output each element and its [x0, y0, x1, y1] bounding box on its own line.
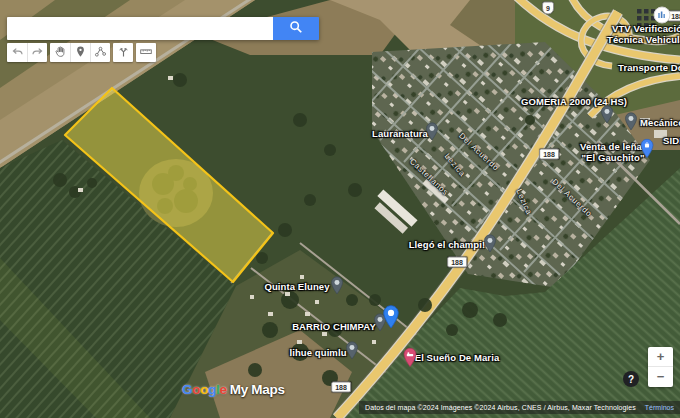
place-label-quinta-eluney[interactable]: Quinta Eluney	[264, 281, 329, 292]
quinta-eluney-pin[interactable]	[331, 276, 344, 295]
llego-el-champi-pin[interactable]	[484, 234, 497, 253]
el-sueno-pin[interactable]	[403, 348, 417, 368]
add-directions-button[interactable]	[113, 43, 133, 62]
place-label-side[interactable]: SIDE	[663, 135, 680, 146]
place-label-lleg-el-champi[interactable]: Llegó el champi!	[409, 239, 486, 250]
place-label-barrio-chimpay[interactable]: BARRIO CHIMPAY	[292, 321, 376, 332]
google-my-maps-logo: GoogleMy Maps	[182, 382, 285, 397]
help-button[interactable]: ?	[623, 371, 639, 387]
undo-button[interactable]	[7, 43, 27, 62]
polyline-icon	[94, 45, 107, 61]
map-toolbar	[7, 43, 159, 62]
marker-icon	[74, 45, 87, 61]
place-label-el-gauchito[interactable]: "El Gauchito"	[581, 152, 644, 163]
directions-icon	[117, 45, 130, 61]
google-letter-5: e	[220, 382, 227, 397]
place-label-mec-nico[interactable]: Mecánico	[640, 117, 680, 128]
redo-button[interactable]	[27, 43, 47, 62]
google-letter-2: o	[200, 382, 208, 397]
google-my-maps-window: LauranaturaVTV VerificaciónTécnica Vehic…	[0, 0, 680, 418]
search-input[interactable]	[7, 17, 273, 40]
place-label-lauranatura[interactable]: Lauranatura	[372, 128, 428, 139]
place-label-lihue-quimlu[interactable]: lihue quimlu	[289, 347, 346, 358]
mecanico-pin[interactable]	[625, 112, 638, 131]
terms-link[interactable]: Términos	[645, 404, 674, 411]
undo-arrow-icon	[11, 45, 24, 61]
place-label-venta-de-le-a[interactable]: Venta de leña	[580, 141, 642, 152]
search-button[interactable]	[273, 17, 319, 40]
zoom-in-button[interactable]: +	[648, 347, 673, 367]
place-label-vtv-verificaci-n[interactable]: VTV Verificación	[612, 23, 680, 34]
map-data-credit: Datos del mapa ©2024 Imágenes ©2024 Airb…	[365, 404, 636, 411]
selected-location-pin[interactable]	[383, 305, 400, 330]
ruler-icon	[139, 45, 153, 61]
pan-tool-button[interactable]	[50, 43, 70, 62]
zoom-out-button[interactable]: −	[648, 367, 673, 387]
google-wordmark: Google	[182, 382, 227, 397]
hand-icon	[54, 45, 67, 61]
place-label-t-cnica-vehicular[interactable]: Técnica Vehicular	[607, 34, 680, 45]
draw-tools-group	[50, 43, 110, 62]
attribution-bar: Datos del mapa ©2024 Imágenes ©2024 Airb…	[359, 401, 680, 414]
search-bar	[7, 17, 319, 40]
directions-group	[113, 43, 133, 62]
lauranatura-pin[interactable]	[426, 122, 439, 141]
lihue-quimlu-pin[interactable]	[346, 341, 359, 360]
google-letter-0: G	[182, 382, 192, 397]
gomeria-pin[interactable]	[601, 105, 614, 124]
measure-button[interactable]	[136, 43, 156, 62]
zoom-control: + −	[648, 347, 673, 387]
vtv-poi-logo[interactable]	[653, 6, 671, 24]
search-icon	[289, 20, 303, 37]
redo-arrow-icon	[31, 45, 44, 61]
measure-group	[136, 43, 156, 62]
place-label-transporte-don[interactable]: Transporte Don	[618, 62, 680, 73]
add-marker-button[interactable]	[70, 43, 90, 62]
google-letter-1: o	[192, 382, 200, 397]
history-group	[7, 43, 47, 62]
my-maps-wordmark: My Maps	[230, 382, 285, 397]
venta-lena-pin[interactable]	[640, 139, 654, 159]
draw-line-button[interactable]	[90, 43, 110, 62]
place-label-el-sue-o-de-maria[interactable]: El Sueño De Maria	[415, 352, 500, 363]
google-letter-3: g	[208, 382, 216, 397]
